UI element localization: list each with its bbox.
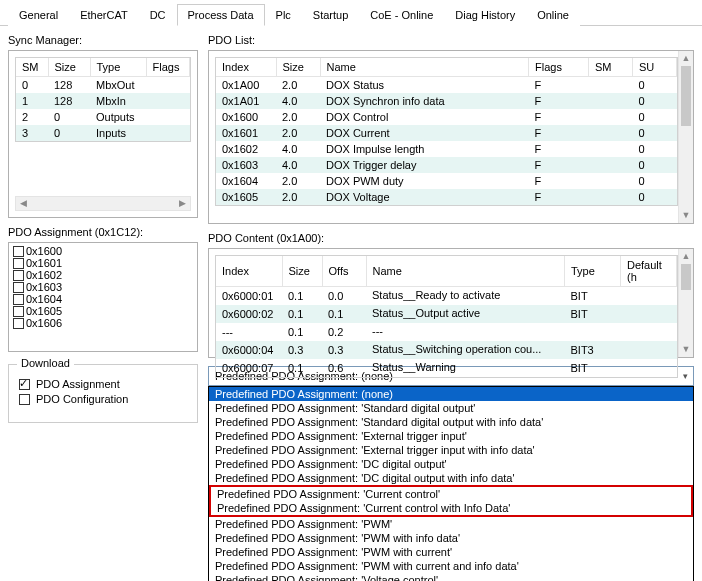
col-sm[interactable]: SM xyxy=(589,58,633,77)
dropdown-option[interactable]: Predefined PDO Assignment: 'PWM with cur… xyxy=(209,559,693,573)
checkbox[interactable] xyxy=(13,258,24,269)
col-size[interactable]: Size xyxy=(276,58,320,77)
checkbox[interactable] xyxy=(13,282,24,293)
list-item[interactable]: 0x1603 xyxy=(11,281,195,293)
list-item[interactable]: 0x1601 xyxy=(11,257,195,269)
dropdown-option[interactable]: Predefined PDO Assignment: 'Voltage cont… xyxy=(209,573,693,581)
download-group: Download PDO Assignment PDO Configuratio… xyxy=(8,364,198,423)
table-row[interactable]: 30Inputs xyxy=(16,125,190,141)
col-su[interactable]: SU xyxy=(633,58,677,77)
col-type[interactable]: Type xyxy=(565,256,621,287)
table-row[interactable]: 1128MbxIn xyxy=(16,93,190,109)
pdo-list-label: PDO List: xyxy=(208,34,694,46)
pdo-assignment-label: PDO Assignment (0x1C12): xyxy=(8,226,198,238)
table-row[interactable]: 0x1A002.0DOX StatusF0 xyxy=(216,77,677,94)
list-item[interactable]: 0x1606 xyxy=(11,317,195,329)
col-size[interactable]: Size xyxy=(282,256,322,287)
list-item-label: 0x1605 xyxy=(26,305,62,317)
pdo-assignment-list[interactable]: 0x16000x16010x16020x16030x16040x16050x16… xyxy=(8,242,198,352)
dropdown-option[interactable]: Predefined PDO Assignment: 'External tri… xyxy=(209,429,693,443)
dropdown-option[interactable]: Predefined PDO Assignment: 'External tri… xyxy=(209,443,693,457)
checkbox-pdo-configuration-label: PDO Configuration xyxy=(36,393,128,405)
checkbox[interactable] xyxy=(13,294,24,305)
chevron-left-icon[interactable]: ◀ xyxy=(16,197,31,210)
download-legend: Download xyxy=(17,357,74,369)
tab-diag-history[interactable]: Diag History xyxy=(444,4,526,26)
dropdown-option[interactable]: Predefined PDO Assignment: 'DC digital o… xyxy=(209,457,693,471)
list-item[interactable]: 0x1604 xyxy=(11,293,195,305)
table-row[interactable]: 0x6000:040.30.3Status__Switching operati… xyxy=(216,341,677,359)
col-offs[interactable]: Offs xyxy=(322,256,366,287)
table-row[interactable]: 0x16012.0DOX CurrentF0 xyxy=(216,125,677,141)
tab-dc[interactable]: DC xyxy=(139,4,177,26)
sync-manager-label: Sync Manager: xyxy=(8,34,198,46)
dropdown-option[interactable]: Predefined PDO Assignment: 'Current cont… xyxy=(211,487,691,501)
table-row[interactable]: 0x6000:020.10.1Status__Output activeBIT xyxy=(216,305,677,323)
list-item-label: 0x1603 xyxy=(26,281,62,293)
tab-startup[interactable]: Startup xyxy=(302,4,359,26)
list-item[interactable]: 0x1602 xyxy=(11,269,195,281)
chevron-down-icon[interactable]: ▼ xyxy=(679,208,693,223)
scrollbar-vertical[interactable]: ▲ ▼ xyxy=(678,249,693,357)
col-flags[interactable]: Flags xyxy=(529,58,589,77)
col-type[interactable]: Type xyxy=(90,58,146,77)
table-row[interactable]: 0x16002.0DOX ControlF0 xyxy=(216,109,677,125)
tab-strip: General EtherCAT DC Process Data Plc Sta… xyxy=(0,0,702,26)
pdo-content-grid[interactable]: Index Size Offs Name Type Default (h 0x6… xyxy=(208,248,694,358)
predefined-pdo-dropdown-list[interactable]: Predefined PDO Assignment: (none)Predefi… xyxy=(208,386,694,581)
checkbox[interactable] xyxy=(13,306,24,317)
table-row[interactable]: 0x16052.0DOX VoltageF0 xyxy=(216,189,677,205)
checkbox-pdo-configuration[interactable] xyxy=(19,394,30,405)
chevron-down-icon[interactable]: ▾ xyxy=(677,371,693,381)
pdo-list-grid[interactable]: Index Size Name Flags SM SU 0x1A002.0DOX… xyxy=(208,50,694,224)
dropdown-option[interactable]: Predefined PDO Assignment: 'Current cont… xyxy=(211,501,691,515)
list-item[interactable]: 0x1600 xyxy=(11,245,195,257)
col-default[interactable]: Default (h xyxy=(621,256,677,287)
table-row[interactable]: 0x16034.0DOX Trigger delayF0 xyxy=(216,157,677,173)
chevron-up-icon[interactable]: ▲ xyxy=(679,249,693,264)
table-row[interactable]: 0x6000:070.10.6Status__WarningBIT xyxy=(216,359,677,377)
col-name[interactable]: Name xyxy=(366,256,565,287)
dropdown-option[interactable]: Predefined PDO Assignment: 'PWM with inf… xyxy=(209,531,693,545)
scrollbar-horizontal[interactable]: ◀ ▶ xyxy=(15,196,191,211)
checkbox[interactable] xyxy=(13,246,24,257)
tab-general[interactable]: General xyxy=(8,4,69,26)
dropdown-option[interactable]: Predefined PDO Assignment: 'PWM' xyxy=(209,517,693,531)
tab-ethercat[interactable]: EtherCAT xyxy=(69,4,138,26)
tab-process-data[interactable]: Process Data xyxy=(177,4,265,26)
chevron-up-icon[interactable]: ▲ xyxy=(679,51,693,66)
dropdown-option[interactable]: Predefined PDO Assignment: (none) xyxy=(209,387,693,401)
dropdown-option[interactable]: Predefined PDO Assignment: 'Standard dig… xyxy=(209,401,693,415)
scrollbar-vertical[interactable]: ▲ ▼ xyxy=(678,51,693,223)
sync-manager-grid[interactable]: SM Size Type Flags 0128MbxOut1128MbxIn20… xyxy=(8,50,198,218)
col-index[interactable]: Index xyxy=(216,58,276,77)
table-row[interactable]: 0x16024.0DOX Impulse lengthF0 xyxy=(216,141,677,157)
tab-coe-online[interactable]: CoE - Online xyxy=(359,4,444,26)
list-item-label: 0x1604 xyxy=(26,293,62,305)
col-flags[interactable]: Flags xyxy=(146,58,190,77)
dropdown-option[interactable]: Predefined PDO Assignment: 'PWM with cur… xyxy=(209,545,693,559)
checkbox-pdo-assignment[interactable] xyxy=(19,379,30,390)
tab-online[interactable]: Online xyxy=(526,4,580,26)
col-sm[interactable]: SM xyxy=(16,58,48,77)
col-index[interactable]: Index xyxy=(216,256,282,287)
table-row[interactable]: 20Outputs xyxy=(16,109,190,125)
table-row[interactable]: 0x6000:010.10.0Status__Ready to activate… xyxy=(216,287,677,306)
table-row[interactable]: 0x1A014.0DOX Synchron info dataF0 xyxy=(216,93,677,109)
dropdown-option[interactable]: Predefined PDO Assignment: 'Standard dig… xyxy=(209,415,693,429)
dropdown-option[interactable]: Predefined PDO Assignment: 'DC digital o… xyxy=(209,471,693,485)
checkbox[interactable] xyxy=(13,270,24,281)
col-size[interactable]: Size xyxy=(48,58,90,77)
chevron-down-icon[interactable]: ▼ xyxy=(679,342,693,357)
tab-plc[interactable]: Plc xyxy=(265,4,302,26)
table-row[interactable]: 0128MbxOut xyxy=(16,77,190,94)
highlight-annotation: Predefined PDO Assignment: 'Current cont… xyxy=(209,485,693,517)
list-item-label: 0x1602 xyxy=(26,269,62,281)
checkbox[interactable] xyxy=(13,318,24,329)
list-item-label: 0x1601 xyxy=(26,257,62,269)
col-name[interactable]: Name xyxy=(320,58,529,77)
table-row[interactable]: 0x16042.0DOX PWM dutyF0 xyxy=(216,173,677,189)
list-item[interactable]: 0x1605 xyxy=(11,305,195,317)
chevron-right-icon[interactable]: ▶ xyxy=(175,197,190,210)
table-row[interactable]: ---0.10.2--- xyxy=(216,323,677,341)
